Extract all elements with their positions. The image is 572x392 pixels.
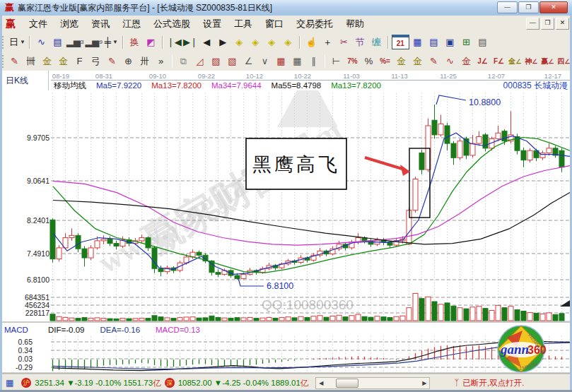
gold-grid-icon[interactable]: 金: [39, 54, 55, 69]
pct7-icon[interactable]: 7%: [344, 54, 361, 69]
f-angle-icon[interactable]: F∠: [491, 54, 507, 69]
calculator-icon[interactable]: ▦: [409, 35, 426, 49]
ma9-icon[interactable]: ▂▅9: [84, 35, 103, 49]
menu-item-2[interactable]: 资讯: [85, 16, 116, 32]
shen-angle-icon[interactable]: 神∠: [523, 54, 539, 69]
low-label: 6.8100: [267, 281, 293, 291]
toolbar-grip[interactable]: [2, 36, 6, 49]
antenna-icon: ᛉ: [454, 378, 459, 388]
gold-grid2-icon[interactable]: 金: [55, 54, 71, 69]
gann-right-icon[interactable]: ◈: [247, 35, 264, 49]
title-bar: 赢 赢家江恩专业版[赢家内部服务平台] - [长城动漫 SZ000835-81日…: [0, 0, 572, 16]
rect-tool-icon[interactable]: ⧉: [175, 54, 192, 69]
gold-circle-icon[interactable]: 金: [393, 54, 409, 69]
mdi-restore-button[interactable]: ❐: [541, 18, 554, 30]
gann-down-icon[interactable]: ◈: [280, 35, 296, 49]
export-icon[interactable]: ⊞: [458, 35, 474, 49]
cut-tool-icon[interactable]: ✂: [336, 35, 352, 49]
hand-tool-icon[interactable]: ☝: [303, 35, 320, 49]
angle-lines-icon[interactable]: ∠: [240, 54, 257, 69]
sz-amount: 1889.01: [271, 379, 300, 387]
spiral-tool-icon[interactable]: 弓: [88, 54, 104, 69]
gold-angle2-icon[interactable]: 金∠: [507, 54, 523, 69]
menu-item-7[interactable]: 窗口: [259, 16, 290, 32]
axis-label: 0.34: [18, 346, 33, 355]
crosshair-tool-icon[interactable]: ＋: [320, 35, 336, 49]
fine-grid2-icon[interactable]: ▦: [289, 54, 305, 69]
fan-lines-icon[interactable]: ◿: [192, 54, 208, 69]
candle-body: [107, 239, 112, 243]
shanghai-market-icon[interactable]: 沪: [21, 378, 31, 388]
horizontal-scrollbar[interactable]: ◀ ▶: [315, 377, 430, 389]
percent-icon[interactable]: %: [361, 54, 377, 69]
gann-grid-icon[interactable]: 卌: [23, 54, 39, 69]
ma-title: 移动均线: [54, 81, 86, 91]
close-button[interactable]: ✕: [539, 1, 568, 13]
segment-tool-icon[interactable]: 节: [352, 35, 368, 49]
menu-item-0[interactable]: 文件: [23, 16, 54, 32]
percent-line-icon[interactable]: %=: [377, 54, 393, 69]
quote-grid-icon[interactable]: ▦: [6, 378, 13, 388]
menu-item-1[interactable]: 浏览: [54, 16, 85, 32]
prev-page-icon[interactable]: ◀: [199, 35, 215, 49]
kline-period-button[interactable]: 日▼: [8, 35, 26, 49]
slant-lines-icon[interactable]: ∥: [305, 54, 322, 69]
menu-item-8[interactable]: 交易委托: [290, 16, 339, 32]
mdi-close-button[interactable]: ✕: [556, 18, 569, 30]
mdi-minimize-button[interactable]: —: [526, 18, 539, 30]
fine-grid-icon[interactable]: ▦: [273, 54, 289, 69]
more-tools-button[interactable]: »: [153, 54, 169, 69]
chan-tool-icon[interactable]: 缠: [368, 35, 385, 49]
print-icon[interactable]: ▤: [474, 35, 491, 49]
candle-style-button[interactable]: ╪▼: [103, 35, 119, 49]
sh-pct: -0.10%: [95, 379, 121, 387]
last-page-icon[interactable]: ▶❘: [182, 35, 199, 49]
menu-item-4[interactable]: 公式选股: [147, 16, 197, 32]
menu-item-9[interactable]: 帮助: [339, 16, 370, 32]
brush-tool-icon[interactable]: ✎: [6, 54, 23, 69]
ma3-icon[interactable]: ▂▅3: [66, 35, 84, 49]
gold-angle-icon[interactable]: 金: [458, 54, 474, 69]
save-icon[interactable]: ▣: [442, 35, 458, 49]
j-angle-icon[interactable]: J∠: [474, 54, 491, 69]
volume-bar: [209, 316, 214, 321]
shenzhen-market-icon[interactable]: 深: [165, 378, 175, 388]
notes-icon[interactable]: ▤: [426, 35, 442, 49]
scale-tool-icon[interactable]: ⊢: [328, 54, 344, 69]
fan-grid-icon[interactable]: ▨: [208, 54, 224, 69]
first-page-icon[interactable]: ❘◀: [166, 35, 182, 49]
maximize-button[interactable]: ❐: [518, 1, 539, 13]
menu-item-6[interactable]: 工具: [228, 16, 259, 32]
circle-gann-icon[interactable]: ⊕: [120, 54, 136, 69]
polyline-tool-icon[interactable]: ∨: [257, 54, 273, 69]
stock-swap-icon[interactable]: 换: [127, 35, 143, 49]
gann-up-icon[interactable]: ◈: [264, 35, 280, 49]
candle-body: [152, 248, 157, 268]
menu-item-5[interactable]: 设置: [197, 16, 228, 32]
scroll-left-icon[interactable]: ◀: [316, 379, 326, 388]
gann-left-icon[interactable]: ◈: [231, 35, 247, 49]
next-page-icon[interactable]: ▶: [215, 35, 231, 49]
date-tick-08-31: 08-31: [95, 72, 112, 80]
gold-line-icon[interactable]: 金: [409, 54, 426, 69]
menu-item-3[interactable]: 江恩: [116, 16, 147, 32]
ying-angle-icon[interactable]: 赢∠: [539, 54, 556, 69]
intraday-chart-icon[interactable]: ◩: [143, 35, 159, 49]
sh-index-value: 3251.34: [35, 379, 64, 387]
info-panel-icon[interactable]: ▤: [49, 35, 66, 49]
scrollbar-thumb[interactable]: [336, 379, 358, 388]
pen-tool-icon[interactable]: ✎: [104, 54, 120, 69]
ruler-grid-icon[interactable]: 卅: [136, 54, 153, 69]
marker-pen-icon[interactable]: ✎: [426, 54, 442, 69]
f-grid-icon[interactable]: F: [71, 54, 88, 69]
volume-bar: [317, 316, 322, 321]
scroll-right-icon[interactable]: ▶: [419, 379, 429, 388]
calendar-icon[interactable]: 21: [392, 35, 409, 49]
wave-tool-icon[interactable]: ∿: [442, 54, 458, 69]
trend-chart-icon[interactable]: ∿: [33, 35, 49, 49]
minimize-button[interactable]: —: [497, 1, 518, 13]
connection-status[interactable]: ᛉ 已断开,双点打开.: [454, 378, 524, 388]
fan-box-icon[interactable]: ▧: [224, 54, 240, 69]
volume-bar: [57, 316, 62, 321]
toolbar-grip[interactable]: [2, 55, 4, 68]
